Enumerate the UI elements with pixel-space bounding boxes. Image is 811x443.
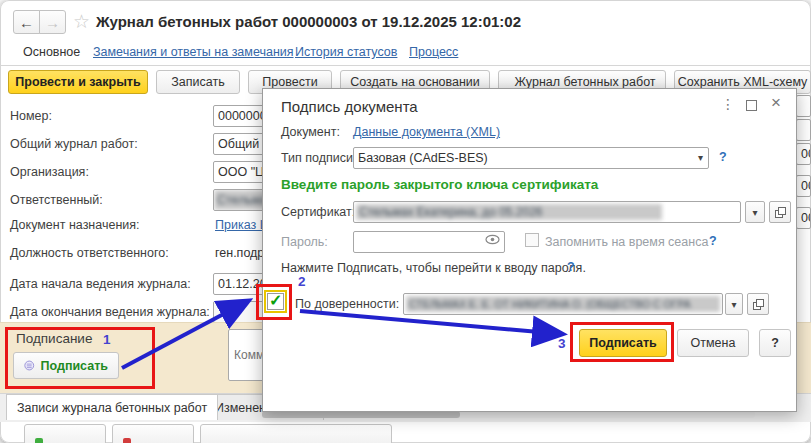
edge-value-c: 00	[801, 211, 811, 225]
signature-type-help-icon[interactable]: ?	[719, 150, 727, 164]
hscrollbar-thumb[interactable]	[262, 411, 460, 418]
nav-link-process[interactable]: Процесс	[409, 45, 458, 59]
edge-field-5[interactable]: 00	[796, 207, 811, 229]
dialog-sign-document: Подпись документа ⋮ × Документ: Данные д…	[262, 88, 797, 412]
remember-help-icon[interactable]: ?	[709, 234, 717, 248]
post-and-close-label: Провести и закрыть	[15, 75, 140, 89]
tab-journal-records[interactable]: Записи журнала бетонных работ	[6, 394, 218, 420]
back-button[interactable]: ←	[13, 10, 40, 34]
certificate-open-button[interactable]	[769, 201, 791, 223]
instruction-help-icon[interactable]: ?	[567, 260, 575, 274]
remember-label: Запомнить на время сеанса	[545, 235, 708, 249]
dialog-title: Подпись документа	[281, 98, 418, 115]
nav-link-remarks[interactable]: Замечания и ответы на замечания	[93, 45, 294, 59]
dialog-help-button[interactable]: ?	[759, 329, 791, 357]
forward-arrow-icon: →	[45, 14, 60, 31]
organization-label: Организация:	[10, 165, 89, 179]
chevron-down-icon[interactable]: ▾	[698, 152, 703, 163]
poa-label: По доверенности:	[295, 297, 399, 311]
number-label: Номер:	[10, 109, 52, 123]
signature-type-value: Базовая (CAdES-BES)	[358, 151, 488, 165]
open-form-icon	[775, 207, 786, 218]
forward-button[interactable]: →	[39, 10, 66, 34]
instruction-text: Нажмите Подписать, чтобы перейти к вводу…	[281, 261, 586, 275]
write-label: Записать	[171, 75, 224, 89]
edge-field-2[interactable]	[796, 119, 811, 141]
edge-field-3[interactable]: 00	[796, 143, 811, 165]
edge-value-a: 00	[801, 147, 811, 161]
dialog-help-label: ?	[771, 336, 779, 350]
annotation-step-2: 2	[298, 274, 306, 289]
nav-tab-main[interactable]: Основное	[23, 45, 80, 59]
edge-field-4[interactable]: 00	[796, 175, 811, 197]
date-end-label: Дата окончания ведения журнала:	[10, 305, 210, 319]
certificate-dropdown-button[interactable]: ▾	[745, 201, 765, 223]
dialog-document-label: Документ:	[281, 125, 340, 139]
header-divider	[0, 65, 811, 66]
signature-type-select[interactable]: Базовая (CAdES-BES) ▾	[353, 147, 709, 169]
poa-open-button[interactable]	[747, 293, 769, 315]
screenshot-root: ← → ☆ Журнал бетонных работ 000000003 от…	[0, 0, 811, 443]
wide-bottom-button[interactable]	[200, 424, 392, 443]
post-label: Провести	[262, 75, 317, 89]
edge-field-top[interactable]	[796, 95, 811, 117]
favorite-star-icon[interactable]: ☆	[73, 10, 90, 33]
responsible-label: Ответственный:	[10, 193, 103, 207]
annotation-box-2	[256, 284, 292, 320]
delete-icon	[123, 438, 131, 443]
add-row-button[interactable]	[24, 424, 106, 443]
poa-field[interactable]: СТЕЛЬМАХ Е. Е. ОТ НИКИТИНА О. (ОБЩЕСТВО …	[403, 293, 723, 315]
app-window: ← → ☆ Журнал бетонных работ 000000003 от…	[0, 0, 811, 443]
annotation-box-3	[570, 322, 674, 362]
nav-link-status-history[interactable]: История статусов	[295, 45, 397, 59]
write-button[interactable]: Записать	[156, 70, 240, 94]
create-based-on-label: Создать на основании	[350, 75, 480, 89]
password-label: Пароль:	[281, 235, 328, 249]
annotation-step-3: 3	[558, 336, 566, 351]
position-label: Должность ответственного:	[10, 246, 169, 260]
cancel-label: Отмена	[691, 336, 736, 350]
poa-dropdown-button[interactable]: ▾	[725, 293, 743, 315]
poa-value-redacted: СТЕЛЬМАХ Е. Е. ОТ НИКИТИНА О. (ОБЩЕСТВО …	[406, 296, 720, 312]
annotation-step-1: 1	[103, 332, 111, 347]
chevron-down-icon: ▾	[731, 299, 736, 310]
add-icon	[35, 438, 43, 443]
certificate-label: Сертификат:	[281, 205, 355, 219]
date-start-label: Дата начала ведения журнала:	[10, 277, 191, 291]
general-journal-label: Общий журнал работ:	[10, 137, 138, 151]
page-title: Журнал бетонных работ 000000003 от 19.12…	[96, 13, 521, 30]
purpose-doc-label: Документ назначения:	[10, 218, 140, 232]
delete-row-button[interactable]	[112, 424, 194, 443]
chevron-down-icon: ▾	[752, 207, 757, 218]
back-arrow-icon: ←	[19, 14, 34, 31]
dialog-kebab-button[interactable]: ⋮	[721, 96, 735, 112]
post-and-close-button[interactable]: Провести и закрыть	[8, 70, 148, 94]
password-input[interactable]	[353, 231, 505, 253]
date-end-value: . .	[218, 305, 228, 319]
edge-value-b: 00	[801, 179, 811, 193]
eye-icon[interactable]	[485, 234, 500, 248]
dialog-maximize-button[interactable]	[746, 100, 757, 111]
save-xml-label: Сохранить XML-схему	[678, 75, 808, 89]
document-data-link[interactable]: Данные документа (XML)	[353, 125, 500, 139]
open-form-icon	[753, 299, 764, 310]
certificate-field[interactable]: Стельмах Екатерина, до 05.2026	[353, 201, 741, 223]
cancel-button[interactable]: Отмена	[677, 329, 749, 357]
green-hint-text: Введите пароль закрытого ключа сертифика…	[281, 177, 598, 192]
tab-changes-label: Изменен	[215, 401, 266, 415]
print-journal-label: Журнал бетонных работ	[514, 75, 655, 89]
certificate-value-redacted: Стельмах Екатерина, до 05.2026	[356, 204, 662, 220]
remember-checkbox[interactable]	[525, 233, 539, 247]
dialog-close-button[interactable]: ×	[771, 93, 781, 113]
tab-journal-records-label: Записи журнала бетонных работ	[17, 401, 207, 415]
annotation-box-1	[5, 327, 155, 389]
signature-type-label: Тип подписи:	[281, 151, 357, 165]
